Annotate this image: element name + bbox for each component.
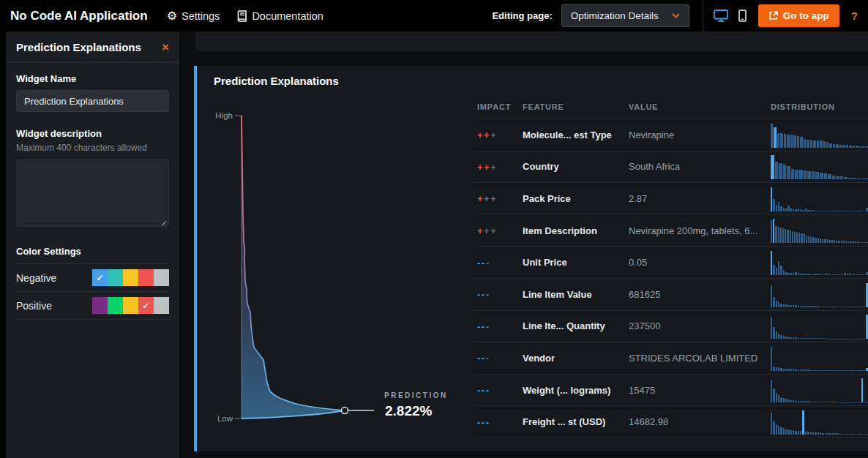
col-impact: IMPACT [477, 102, 523, 111]
widget-description-wrap [16, 159, 169, 230]
feature-cell: Country [523, 161, 629, 172]
prediction-curve-chart: High Low PREDICTION 2.822% [212, 106, 471, 446]
low-label: Low [217, 414, 233, 423]
check-icon: ✓ [96, 273, 103, 283]
feature-cell: Weight (... lograms) [523, 385, 629, 396]
impact-cell: --- [477, 416, 523, 429]
table-row: --- Freight ... st (USD) 14682.98 [474, 406, 868, 438]
distribution-cell [771, 247, 868, 278]
table-body: +++ Molecule... est Type Nevirapine +++ … [474, 119, 868, 438]
color-settings-label: Color Settings [16, 246, 169, 264]
distribution-cell [771, 342, 868, 374]
widget-title: Prediction Explanations [214, 75, 339, 87]
prediction-value: 2.822% [385, 403, 433, 418]
app-title: No Code AI Application [10, 9, 148, 23]
chevron-down-icon [672, 13, 680, 18]
panel-body: Widget Name Widget description Maximum 4… [6, 63, 179, 330]
col-distribution: DISTRIBUTION [771, 102, 868, 111]
impact-cell: --- [477, 320, 523, 333]
impact-cell: +++ [477, 128, 523, 141]
topbar-divider [703, 0, 703, 31]
color-swatch[interactable] [92, 297, 108, 314]
color-swatch[interactable] [154, 269, 169, 286]
close-icon[interactable]: × [162, 41, 169, 53]
distribution-chart [771, 410, 868, 435]
go-to-app-label: Go to app [783, 10, 829, 21]
table-row: +++ Molecule... est Type Nevirapine [474, 119, 868, 151]
panel-title: Prediction Explanations [16, 41, 141, 53]
distribution-cell [771, 183, 868, 214]
distribution-chart [771, 251, 868, 275]
color-swatch[interactable]: ✓ [138, 297, 154, 314]
negative-color-row: Negative ✓ [16, 264, 169, 292]
distribution-chart [771, 155, 868, 179]
explanations-table: IMPACT FEATURE VALUE DISTRIBUTION +++ Mo… [474, 97, 868, 438]
table-header: IMPACT FEATURE VALUE DISTRIBUTION [474, 97, 868, 119]
book-icon [237, 10, 247, 22]
impact-cell: +++ [477, 160, 523, 173]
widget-description-textarea[interactable] [16, 159, 169, 227]
color-swatch[interactable]: ✓ [92, 269, 108, 286]
value-cell: 14682.98 [629, 416, 771, 427]
col-feature: FEATURE [523, 102, 629, 111]
nav-documentation[interactable]: Documentation [237, 10, 323, 22]
panel-header: Prediction Explanations × [6, 31, 179, 63]
curve-area [242, 116, 345, 418]
distribution-cell [771, 406, 868, 438]
distribution-cell [771, 215, 868, 247]
color-swatch[interactable] [108, 297, 123, 314]
value-cell: 0.05 [629, 257, 771, 268]
color-swatch[interactable] [108, 269, 123, 286]
mobile-preview-icon[interactable] [738, 10, 747, 22]
distribution-cell [771, 151, 868, 183]
feature-cell: Freight ... st (USD) [523, 416, 629, 427]
feature-cell: Pack Price [523, 193, 629, 204]
distribution-chart [771, 315, 868, 339]
negative-label: Negative [16, 272, 56, 284]
widget-settings-panel: Prediction Explanations × Widget Name Wi… [6, 31, 179, 458]
distribution-chart [771, 219, 868, 243]
positive-color-row: Positive ✓ [16, 292, 169, 320]
feature-cell: Vendor [523, 353, 629, 364]
distribution-cell [771, 311, 868, 342]
value-cell: STRIDES ARCOLAB LIMITED [629, 353, 771, 364]
color-swatch[interactable] [123, 297, 138, 314]
impact-cell: +++ [477, 224, 523, 237]
positive-swatch-strip: ✓ [92, 297, 169, 314]
external-link-icon [768, 11, 778, 20]
feature-cell: Unit Price [523, 257, 629, 268]
value-cell: Nevirapine 200mg, tablets, 6... [629, 225, 771, 236]
widget-description-label: Widget description [16, 128, 169, 139]
prediction-marker-dot [342, 408, 348, 414]
negative-swatch-strip: ✓ [92, 269, 169, 286]
value-cell: 15475 [629, 385, 771, 396]
desktop-preview-icon[interactable] [714, 10, 728, 22]
page-selector-value: Optimization Details [571, 10, 659, 21]
nav-settings[interactable]: ⚙ Settings [167, 10, 220, 22]
help-button[interactable]: ? [851, 10, 858, 22]
page-selector-dropdown[interactable]: Optimization Details [561, 4, 689, 27]
widget-description-hint: Maximum 400 characters allowed [16, 143, 169, 153]
nav-documentation-label: Documentation [252, 10, 323, 22]
feature-cell: Molecule... est Type [523, 129, 629, 140]
page-root: No Code AI Application ⚙ Settings Docume… [0, 0, 868, 458]
distribution-cell [771, 375, 868, 406]
go-to-app-button[interactable]: Go to app [758, 4, 839, 27]
value-cell: Nevirapine [629, 129, 771, 140]
value-cell: 2.87 [629, 193, 771, 204]
color-swatch[interactable] [154, 297, 169, 314]
distribution-cell [771, 279, 868, 310]
color-swatch[interactable] [123, 269, 138, 286]
widget-name-input[interactable] [16, 90, 169, 112]
impact-cell: --- [477, 256, 523, 269]
gear-icon: ⚙ [167, 10, 177, 22]
distribution-chart [771, 124, 868, 148]
table-row: --- Unit Price 0.05 [474, 247, 868, 279]
value-cell: South Africa [629, 161, 771, 172]
distribution-chart [771, 378, 868, 402]
positive-label: Positive [16, 300, 52, 312]
value-cell: 237500 [629, 320, 771, 331]
color-swatch[interactable] [138, 269, 154, 286]
device-toggle-group [714, 10, 747, 22]
widget-name-label: Widget Name [16, 73, 169, 84]
